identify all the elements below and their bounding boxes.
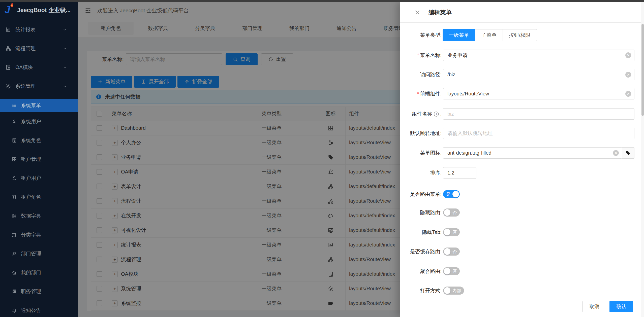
file-user-icon	[5, 64, 11, 70]
tag-filled-icon	[625, 150, 631, 156]
drawer-footer: 取消 确认	[400, 296, 644, 317]
sidebar-subitem-通知公告[interactable]: 通知公告	[0, 301, 78, 317]
field-label: *前端组件:	[400, 88, 442, 99]
sidebar-subitem-部门管理[interactable]: 部门管理	[0, 244, 78, 263]
edit-menu-drawer: 编辑菜单 菜单类型:一级菜单子菜单按钮/权限*菜单名称:✕访问路径:✕*前端组件…	[400, 2, 644, 317]
database-icon	[12, 213, 17, 219]
clear-icon[interactable]: ✕	[625, 91, 631, 97]
field-label-text: 前端组件:	[420, 90, 442, 97]
switch-text: 否	[452, 268, 457, 274]
field-input-访问路径[interactable]	[443, 69, 634, 80]
sidebar-item-系统管理[interactable]: 系统管理	[0, 77, 78, 96]
clear-icon[interactable]: ✕	[613, 150, 619, 156]
sidebar-subitem-系统用户[interactable]: 系统用户	[0, 112, 78, 131]
switch-knob	[444, 287, 450, 294]
field-input-默认跳转地址[interactable]	[443, 128, 634, 139]
radio-一级菜单[interactable]: 一级菜单	[443, 29, 475, 41]
drawer-scrollbar[interactable]	[641, 2, 644, 317]
radio-子菜单[interactable]: 子菜单	[475, 29, 503, 41]
sidebar-item-label: 系统管理	[15, 83, 36, 90]
field-control	[443, 108, 634, 120]
switch-knob	[452, 191, 459, 197]
cluster-icon	[5, 46, 11, 51]
sidebar-item-流程管理[interactable]: 流程管理	[0, 39, 78, 58]
field-control: ✕	[443, 88, 634, 99]
grid-icon	[12, 157, 17, 162]
field-input-菜单名称[interactable]	[443, 50, 634, 61]
sidebar-item-OA模块[interactable]: OA模块	[0, 58, 78, 77]
home-icon	[12, 270, 17, 275]
sidebar: J JeecgBoot 企业级... 统计报表流程管理OA模块系统管理 系统菜单…	[0, 2, 78, 317]
clear-icon[interactable]: ✕	[625, 52, 631, 58]
sidebar-item-label: OA模块	[15, 64, 33, 71]
switch-control: 否	[443, 208, 634, 217]
radio-按钮/权限[interactable]: 按钮/权限	[503, 29, 537, 41]
switch-label: 是否缓存路由:	[400, 248, 442, 256]
app-root: J JeecgBoot 企业级... 统计报表流程管理OA模块系统管理 系统菜单…	[0, 0, 644, 317]
switch-knob	[444, 209, 450, 216]
sidebar-item-统计报表[interactable]: 统计报表	[0, 20, 78, 39]
required-mark: *	[417, 91, 419, 97]
sidebar-subitem-职务管理[interactable]: 职务管理	[0, 282, 78, 301]
sidebar-submenu: 系统用户系统角色租户管理租户用户租户角色数据字典分类字典部门管理我的部门职务管理…	[0, 112, 78, 317]
switch-text: 否	[452, 229, 457, 235]
menu-type-radio-group: 一级菜单子菜单按钮/权限	[443, 29, 634, 41]
switch-control: 是	[443, 190, 634, 198]
text-size-icon	[12, 194, 17, 200]
field-label: 菜单图标:	[400, 147, 442, 159]
field-input-排序[interactable]	[443, 167, 476, 179]
clear-icon[interactable]: ✕	[625, 72, 631, 78]
field-control: ✕	[443, 147, 622, 159]
switch-knob	[444, 248, 450, 255]
field-control: ✕	[443, 50, 634, 61]
logo[interactable]: J JeecgBoot 企业级...	[0, 2, 78, 18]
field-input-前端组件[interactable]	[443, 88, 634, 99]
sidebar-subitem-租户管理[interactable]: 租户管理	[0, 150, 78, 169]
sidebar-subitem-租户用户[interactable]: 租户用户	[0, 169, 78, 188]
sidebar-item-label: 流程管理	[15, 45, 36, 52]
sidebar-subitem-label: 职务管理	[21, 288, 41, 295]
drawer-body: 菜单类型:一级菜单子菜单按钮/权限*菜单名称:✕访问路径:✕*前端组件:✕组件名…	[400, 23, 641, 296]
sidebar-subitem-系统菜单-active[interactable]: 系统菜单	[0, 99, 78, 112]
switch-label: 聚合路由:	[400, 267, 442, 275]
user-icon	[12, 119, 17, 124]
confirm-button[interactable]: 确认	[609, 301, 633, 312]
menu-list-icon	[12, 103, 17, 108]
switch-control: 否	[443, 267, 634, 275]
toggle-隐藏Tab[interactable]: 否	[443, 228, 460, 236]
toggle-是否路由菜单[interactable]: 是	[443, 190, 460, 198]
toggle-隐藏路由[interactable]: 否	[443, 208, 460, 217]
switch-label: 是否路由菜单:	[400, 190, 442, 198]
drawer-scrollbar-thumb[interactable]	[641, 24, 644, 116]
field-label-text: 默认跳转地址:	[410, 130, 442, 137]
sidebar-subitem-分类字典[interactable]: 分类字典	[0, 225, 78, 244]
sidebar-subitem-租户角色[interactable]: 租户角色	[0, 188, 78, 206]
sidebar-subitem-label: 通知公告	[21, 307, 41, 314]
sidebar-subitem-label: 数据字典	[21, 213, 41, 219]
field-input-组件名称[interactable]	[443, 108, 634, 120]
sidebar-subitem-我的部门[interactable]: 我的部门	[0, 263, 78, 282]
chevron-down-icon	[63, 47, 67, 51]
sidebar-subitem-label: 系统菜单	[21, 102, 41, 109]
sidebar-subitem-label: 系统用户	[21, 118, 41, 125]
toggle-聚合路由[interactable]: 否	[443, 267, 460, 275]
toggle-是否缓存路由[interactable]: 否	[443, 248, 460, 256]
drawer-title: 编辑菜单	[428, 9, 452, 16]
field-label-text: 访问路径:	[420, 71, 442, 78]
sidebar-subitem-数据字典[interactable]: 数据字典	[0, 206, 78, 225]
icon-picker-button[interactable]	[622, 147, 634, 159]
sidebar-subitem-系统角色[interactable]: 系统角色	[0, 131, 78, 150]
bar-chart-icon	[5, 27, 11, 32]
radio-group: 一级菜单子菜单按钮/权限	[443, 29, 634, 41]
cancel-button[interactable]: 取消	[582, 301, 606, 312]
field-label: 组件名称i:	[400, 108, 442, 120]
switch-knob	[444, 268, 450, 274]
toggle-打开方式[interactable]: 内部	[443, 287, 464, 295]
logo-title: JeecgBoot 企业级...	[17, 6, 71, 14]
close-icon[interactable]	[414, 9, 420, 15]
field-input-菜单图标[interactable]	[443, 147, 622, 159]
sidebar-subitem-label: 租户角色	[21, 194, 41, 200]
field-label-text: 组件名称	[412, 111, 432, 117]
sidebar-subitem-label: 分类字典	[21, 231, 41, 238]
required-mark: *	[417, 52, 419, 58]
